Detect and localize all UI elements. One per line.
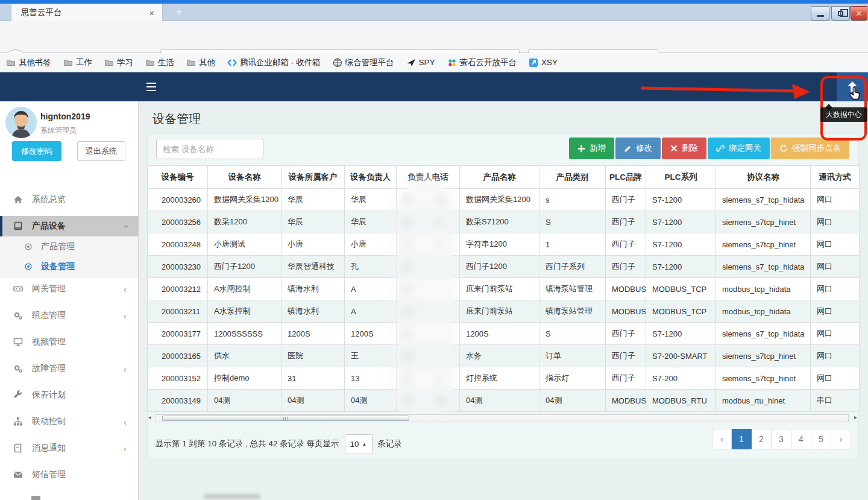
table-cell: 网口 [811,323,860,345]
bookmark-item[interactable]: 腾讯企业邮箱 - 收件箱 [227,57,321,68]
sidebar-item-menu-8[interactable]: 保养计划 [0,385,139,405]
action-button-plus[interactable]: 新增 [569,138,614,159]
bookmark-item[interactable]: 综合管理平台 [333,57,394,68]
sidebar-item-menu-4[interactable]: 网关管理‹ [0,279,139,299]
table-cell: MODBUS [606,278,646,300]
table-cell: 1200S [281,323,345,345]
sidebar-item-product-mgmt[interactable]: 产品管理 [0,236,139,257]
device-search-input[interactable] [156,139,263,159]
window-restore-button[interactable] [831,6,850,21]
table-cell: s [539,189,606,211]
table-cell: A [345,278,397,300]
table-cell: 灯控系统 [460,367,539,390]
page-button-3[interactable]: 3 [772,429,791,449]
sidebar-item-menu-10[interactable]: 消息通知‹ [0,438,139,458]
sidebar-item-menu-5[interactable]: 组态管理‹ [0,305,139,326]
page-next-button[interactable]: › [831,429,851,449]
sidebar-item-menu-7[interactable]: 故障管理‹ [0,358,139,379]
tab-title: 思普云平台 [21,7,147,18]
horizontal-scrollbar[interactable]: ◂ ▸ [148,414,857,423]
pagination-summary-text: 显示第 1 到第 10 条记录 , 总共 42 条记录 每页显示 [156,438,339,449]
sidebar-item-product-device[interactable]: 产品设备‹ [0,216,139,236]
scroll-left-icon[interactable]: ◂ [148,414,151,420]
table-cell: 网口 [811,278,860,300]
table-row[interactable]: 20000314904测04测04测153804测04测MODBUSMODBUS… [148,390,860,412]
avatar[interactable] [5,107,37,138]
sidebar-item-device-mgmt[interactable]: 设备管理 [0,256,139,277]
sidebar-item-menu-9[interactable]: 联动控制‹ [0,411,139,432]
window-close-button[interactable]: ✕ [851,6,867,21]
sidebar-item-label: 视频管理 [32,337,66,347]
bookmark-item[interactable]: 其他 [186,57,215,68]
table-cell: 西门子 [606,345,646,367]
bookmark-item[interactable]: SPY [406,58,435,68]
tab-close-icon[interactable]: × [147,8,156,18]
folder-icon [104,58,117,68]
sidebar-item-label: 消息通知 [32,443,66,454]
table-cell: MODBUS_TCP [646,278,716,300]
bookmark-item[interactable]: 其他书签 [6,57,51,68]
table-cell: 04测 [539,390,606,412]
envelope-icon [13,470,24,479]
bookmarks-bar: 其他书签工作学习生活其他腾讯企业邮箱 - 收件箱综合管理平台SPY萤石云开放平台… [0,53,868,72]
scrollbar-track[interactable] [156,414,849,422]
action-button-link[interactable]: 绑定网关 [708,138,770,159]
page-size-dropdown[interactable]: 10▲ [345,434,373,454]
table-cell: 200003230 [148,256,208,278]
bookmark-item[interactable]: 萤石云开放平台 [447,57,517,68]
table-row[interactable]: 200003230西门子1200华辰智通科技孔15西门子1200西门子系列西门子… [148,256,860,278]
table-cell: S7-200 [646,367,716,390]
table-cell: 数据网关采集1200 [460,189,539,211]
table-row[interactable]: 200003256数采1200华辰华辰184数采S71200S西门子S7-120… [148,211,860,233]
table-cell: 小唐 [345,233,397,256]
user-role: 系统管理员 [40,125,77,136]
folder-icon [63,58,76,68]
action-button-label: 强制同步点表 [792,143,841,154]
table-cell: A水闸控制 [208,278,281,300]
table-cell: 200003177 [148,323,208,345]
sidebar-collapse-icon[interactable] [146,83,156,91]
sidebar-item-menu-11[interactable]: 短信管理 [0,464,139,485]
page-title: 设备管理 [153,111,201,127]
bookmark-label: 学习 [117,57,133,68]
page-button-1[interactable]: 1 [732,429,752,449]
action-button-pencil[interactable]: 修改 [615,138,661,159]
logout-button[interactable]: 退出系统 [77,141,125,161]
page-prev-button[interactable]: ‹ [712,429,732,449]
bookmark-item[interactable]: 工作 [63,57,92,68]
table-cell: 200003212 [148,278,208,300]
scroll-right-icon[interactable]: ▸ [854,414,857,420]
table-cell: 13 [345,367,397,390]
sidebar-item-overview[interactable]: 系统总览 [0,189,139,210]
table-cell: 华辰智通科技 [281,256,345,278]
table-cell: modbus_tcp_hidata [716,278,811,300]
bookmark-item[interactable]: 学习 [104,57,133,68]
sidebar-item-label: 产品管理 [41,241,75,252]
page-button-5[interactable]: 5 [811,429,831,449]
change-password-button[interactable]: 修改密码 [12,141,61,161]
table-cell: 04测 [208,390,281,412]
table-row[interactable]: 2000031771200SSSSSS1200S1200S151200SS西门子… [148,323,860,345]
page-button-2[interactable]: 2 [752,429,772,449]
table-row[interactable]: 200003248小唐测试小唐小唐130字符串12001西门子S7-1200si… [148,233,860,256]
bookmark-label: 工作 [76,57,92,68]
table-cell: 医院 [281,345,345,367]
page-button-4[interactable]: 4 [791,429,811,449]
action-button-x[interactable]: 删除 [662,138,706,159]
bookmark-item[interactable]: XSY [529,58,558,68]
table-cell: siemens_s7tcp_hinet [716,233,811,256]
table-cell: MODBUS_TCP [646,300,716,323]
action-button-refresh[interactable]: 强制同步点表 [771,138,849,159]
scrollbar-thumb[interactable] [162,416,409,421]
browser-tab[interactable]: 思普云平台 × [11,4,163,21]
window-minimize-button[interactable] [811,6,829,21]
bookmark-item[interactable]: 生活 [145,57,174,68]
sidebar-item-menu-6[interactable]: 视频管理 [0,332,139,352]
table-row[interactable]: 200003152控制demo3113153灯控系统指示灯西门子S7-200si… [148,367,860,390]
table-row[interactable]: 200003165供水医院王18水务订单西门子S7-200-SMARTsieme… [148,345,860,367]
table-row[interactable]: 200003212A水闸控制镇海水利A13庶来门前泵站镇海泵站管理MODBUSM… [148,278,860,300]
new-tab-button[interactable]: + [171,5,187,20]
table-cell: 小唐 [281,233,345,256]
table-row[interactable]: 200003211A水泵控制镇海水利A13庶来门前泵站镇海泵站管理MODBUSM… [148,300,860,323]
table-row[interactable]: 200003260数据网关采集1200华辰华辰1804数据网关采集1200s西门… [148,189,860,211]
